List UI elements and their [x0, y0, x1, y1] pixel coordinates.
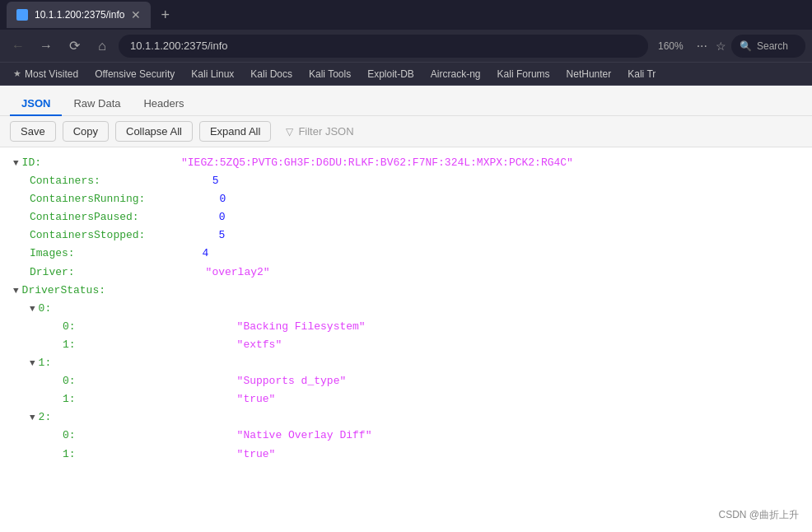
collapse-driver-status-arrow[interactable]: ▼ [13, 283, 19, 299]
bookmark-label: Offensive Security [95, 68, 175, 80]
json-row-ds-0-0: 0: "Backing Filesystem" [63, 318, 799, 336]
json-value-id: "IEGZ:5ZQ5:PVTG:GH3F:D6DU:RLKF:BV62:F7NF… [181, 154, 573, 172]
tab-favicon [16, 9, 28, 21]
search-box[interactable]: 🔍 Search [731, 35, 805, 58]
json-value-containers: 5 [212, 172, 219, 190]
search-label: Search [757, 40, 788, 52]
home-button[interactable]: ⌂ [91, 35, 114, 58]
tab-headers[interactable]: Headers [132, 92, 195, 116]
bookmark-label: NetHunter [567, 68, 612, 80]
refresh-button[interactable]: ⟳ [63, 35, 86, 58]
json-row-containers: Containers: 5 [30, 172, 799, 190]
json-row-ds-0: ▼ 0: [30, 300, 799, 318]
tab-close-button[interactable]: ✕ [131, 9, 141, 21]
nav-bar: ← → ⟳ ⌂ 160% ··· ☆ 🔍 Search [0, 30, 812, 63]
bookmark-exploit-db[interactable]: Exploit-DB [361, 67, 421, 82]
json-value-ds-1-1: "true" [237, 390, 276, 408]
bookmark-label: Kali Tr [628, 68, 656, 80]
bookmark-offensive-security[interactable]: Offensive Security [88, 67, 181, 82]
json-row-ds-0-1: 1: "extfs" [63, 336, 799, 354]
bookmark-label: Kali Docs [250, 68, 292, 80]
browser-chrome: 10.1.1.200:2375/info ✕ + ← → ⟳ ⌂ 160% ··… [0, 0, 812, 86]
menu-dots-button[interactable]: ··· [693, 35, 711, 57]
collapse-ds-1-arrow[interactable]: ▼ [30, 356, 35, 371]
bookmark-kali-docs[interactable]: Kali Docs [244, 67, 299, 82]
bookmark-label: Exploit-DB [367, 68, 414, 80]
json-value-ds-2-1: "true" [237, 446, 276, 464]
new-tab-button[interactable]: + [154, 3, 176, 27]
json-row-ds-1: ▼ 1: [30, 354, 799, 372]
json-row-ds-2-0: 0: "Native Overlay Diff" [63, 427, 799, 445]
star-icon: ★ [13, 68, 21, 79]
bookmark-kali-linux[interactable]: Kali Linux [184, 67, 240, 82]
address-bar[interactable] [119, 35, 648, 58]
bookmark-nethunter[interactable]: NetHunter [560, 67, 618, 82]
json-row-driver-status: ▼ DriverStatus: [13, 282, 799, 300]
bookmark-label: Kali Linux [191, 68, 234, 80]
collapse-all-button[interactable]: Collapse All [115, 121, 193, 142]
collapse-ds-0-arrow[interactable]: ▼ [30, 301, 35, 317]
json-row-ds-1-1: 1: "true" [63, 390, 799, 408]
bookmark-label: Most Visited [25, 68, 78, 80]
filter-json-area[interactable]: ▽ Filter JSON [278, 122, 362, 141]
save-button[interactable]: Save [10, 121, 56, 142]
bookmark-kali-tr[interactable]: Kali Tr [621, 67, 662, 82]
watermark: CSDN @曲折上升 [713, 506, 804, 524]
filter-json-label: Filter JSON [298, 125, 353, 138]
tab-bar: 10.1.1.200:2375/info ✕ + [0, 0, 812, 30]
json-row-ds-2: ▼ 2: [30, 408, 799, 427]
bookmark-label: Kali Tools [309, 68, 351, 80]
json-toolbar: Save Copy Collapse All Expand All ▽ Filt… [0, 116, 812, 147]
json-row-containers-paused: ContainersPaused: 0 [30, 208, 799, 226]
json-row-ds-2-1: 1: "true" [63, 446, 799, 464]
search-icon: 🔍 [740, 40, 752, 52]
expand-all-button[interactable]: Expand All [199, 121, 271, 142]
json-content: ▼ ID: "IEGZ:5ZQ5:PVTG:GH3F:D6DU:RLKF:BV6… [0, 147, 812, 470]
json-value-images: 4 [203, 245, 209, 263]
bookmark-button[interactable]: ☆ [716, 40, 726, 53]
json-value-ds-2-0: "Native Overlay Diff" [237, 427, 372, 445]
bookmark-label: Aircrack-ng [431, 68, 481, 80]
bookmark-kali-forums[interactable]: Kali Forums [491, 67, 557, 82]
json-value-ds-0-0: "Backing Filesystem" [237, 318, 366, 336]
json-row-id: ▼ ID: "IEGZ:5ZQ5:PVTG:GH3F:D6DU:RLKF:BV6… [13, 154, 799, 172]
filter-icon: ▽ [286, 126, 293, 138]
bookmark-most-visited[interactable]: ★ Most Visited [7, 67, 85, 82]
bookmarks-bar: ★ Most Visited Offensive Security Kali L… [0, 63, 812, 86]
json-row-images: Images: 4 [30, 245, 799, 263]
json-tabs-row: JSON Raw Data Headers [0, 86, 812, 116]
json-value-ds-0-1: "extfs" [237, 336, 282, 354]
json-value-ds-1-0: "Supports d_type" [237, 372, 347, 390]
collapse-ds-2-arrow[interactable]: ▼ [30, 410, 35, 426]
json-row-ds-1-0: 0: "Supports d_type" [63, 372, 799, 390]
bookmark-label: Kali Forums [497, 68, 550, 80]
json-value-containers-stopped: 5 [218, 226, 225, 245]
forward-button[interactable]: → [35, 35, 58, 58]
json-row-containers-running: ContainersRunning: 0 [30, 190, 799, 208]
collapse-id-arrow[interactable]: ▼ [13, 156, 19, 171]
json-row-driver: Driver: "overlay2" [30, 264, 799, 282]
copy-button[interactable]: Copy [63, 121, 109, 142]
json-value-containers-running: 0 [219, 190, 226, 208]
bookmark-kali-tools[interactable]: Kali Tools [302, 67, 357, 82]
zoom-indicator: 160% [653, 40, 688, 52]
json-value-containers-paused: 0 [219, 208, 226, 226]
back-button[interactable]: ← [7, 35, 30, 58]
json-row-containers-stopped: ContainersStopped: 5 [30, 226, 799, 245]
json-value-driver: "overlay2" [206, 264, 270, 282]
tab-json[interactable]: JSON [10, 92, 62, 116]
tab-raw-data[interactable]: Raw Data [62, 92, 132, 116]
tab-label: 10.1.1.200:2375/info [35, 9, 124, 21]
browser-tab-active[interactable]: 10.1.1.200:2375/info ✕ [7, 2, 151, 28]
bookmark-aircrack-ng[interactable]: Aircrack-ng [424, 67, 488, 82]
json-viewer: JSON Raw Data Headers Save Copy Collapse… [0, 86, 812, 532]
